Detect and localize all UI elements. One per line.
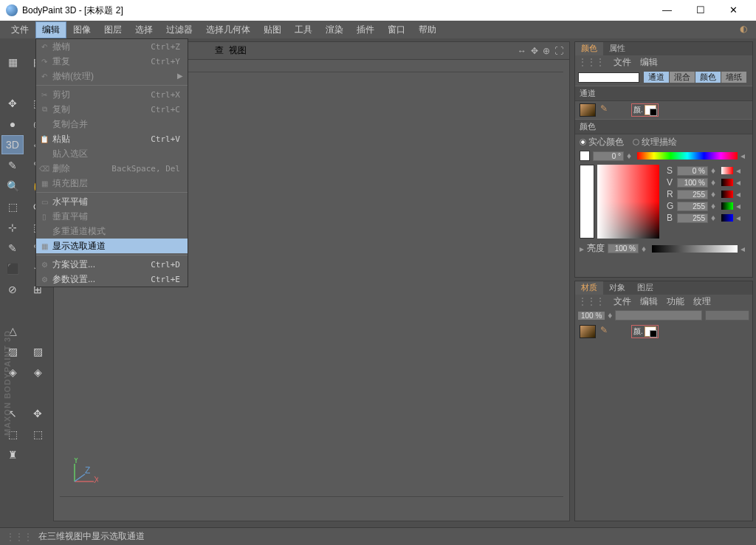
- tool-31[interactable]: ◈: [27, 363, 49, 382]
- tool-24[interactable]: [1, 301, 24, 320]
- tool-20[interactable]: ⬛: [1, 259, 24, 278]
- app-icon: [6, 4, 18, 16]
- menuitem-参数设置...[interactable]: ⚙参数设置...Ctrl+E: [36, 272, 188, 287]
- tool-22[interactable]: ⊘: [1, 280, 24, 299]
- brightness-value[interactable]: 100 %: [608, 244, 639, 253]
- slider-R[interactable]: [721, 191, 733, 198]
- menu-工具[interactable]: 工具: [288, 21, 319, 38]
- viewport-icon[interactable]: ✥: [531, 46, 538, 56]
- sv-picker[interactable]: [597, 165, 659, 239]
- hue-spinner[interactable]: ♦: [627, 151, 634, 161]
- menuitem-复制: ⧉复制Ctrl+C: [36, 102, 188, 117]
- menu-选择几何体[interactable]: 选择几何体: [199, 21, 257, 38]
- material-layer-icon[interactable]: [580, 325, 596, 338]
- tool-37[interactable]: ⬚: [27, 425, 49, 444]
- tool-35[interactable]: ✥: [27, 404, 49, 423]
- menu-图像[interactable]: 图像: [66, 21, 97, 38]
- material-menu-文件[interactable]: 文件: [614, 295, 631, 308]
- viewport-icon[interactable]: ⊕: [543, 46, 550, 56]
- slider-val-R[interactable]: 255: [677, 190, 708, 199]
- tool-25[interactable]: [27, 301, 49, 320]
- tool-38[interactable]: ♜: [1, 445, 24, 465]
- maximize-button[interactable]: ☐: [684, 2, 717, 18]
- slider-V[interactable]: [721, 179, 733, 186]
- viewport-icon[interactable]: ↔: [518, 46, 526, 56]
- material-menu-编辑[interactable]: 编辑: [640, 295, 658, 308]
- menuitem-显示选取通道[interactable]: ▦显示选取通道: [36, 239, 188, 253]
- tool-27[interactable]: [27, 321, 49, 340]
- tool-16[interactable]: ⊹: [1, 218, 24, 237]
- material-tab-图层[interactable]: 图层: [631, 281, 659, 295]
- color-menu-编辑[interactable]: 编辑: [640, 56, 658, 69]
- tool-0[interactable]: ▦: [1, 52, 24, 72]
- material-menu-纹理[interactable]: 纹理: [693, 295, 711, 308]
- slider-G[interactable]: [721, 202, 733, 210]
- color-tab-属性[interactable]: 属性: [603, 42, 631, 55]
- material-opacity-value[interactable]: 100 %: [578, 312, 605, 320]
- slider-val-S[interactable]: 0 %: [677, 166, 708, 176]
- solid-color-radio[interactable]: [580, 139, 586, 145]
- slider-S[interactable]: [721, 167, 733, 174]
- menu-文件[interactable]: 文件: [4, 21, 35, 38]
- current-color-swatch[interactable]: [578, 72, 639, 83]
- material-tab-材质[interactable]: 材质: [575, 281, 603, 295]
- menu-图层[interactable]: 图层: [97, 21, 128, 38]
- tool-2[interactable]: [1, 73, 24, 92]
- tool-33[interactable]: [27, 383, 49, 402]
- btab-墙纸[interactable]: 墙纸: [721, 72, 746, 83]
- tool-8[interactable]: 3D: [1, 135, 24, 154]
- tool-14[interactable]: ⬚: [1, 197, 24, 216]
- menu-贴图[interactable]: 贴图: [257, 21, 288, 38]
- tool-4[interactable]: ✥: [1, 94, 24, 113]
- menuitem-垂直平铺: ▯垂直平铺: [36, 209, 188, 224]
- slider-B[interactable]: [721, 214, 733, 222]
- material-opacity-slider[interactable]: [615, 310, 702, 321]
- menuitem-剪切: ✂剪切Ctrl+X: [36, 87, 188, 102]
- menu-选择[interactable]: 选择: [128, 21, 159, 38]
- layer-toggle-icon[interactable]: [580, 103, 596, 117]
- btab-通道[interactable]: 通道: [644, 72, 669, 83]
- menu-帮助[interactable]: 帮助: [412, 21, 443, 38]
- menuitem-方案设置...[interactable]: ⚙方案设置...Ctrl+D: [36, 257, 188, 272]
- minimize-button[interactable]: —: [650, 2, 684, 18]
- btab-混合[interactable]: 混合: [670, 72, 695, 83]
- slider-val-V[interactable]: 100 %: [677, 178, 708, 188]
- material-color-chip[interactable]: 颜.: [631, 325, 659, 338]
- hue-slider[interactable]: [637, 152, 738, 160]
- material-blend-dropdown[interactable]: [705, 310, 749, 321]
- tool-39[interactable]: [27, 445, 49, 465]
- menuitem-水平平铺[interactable]: ▭水平平铺: [36, 194, 188, 209]
- material-menu-功能[interactable]: 功能: [667, 295, 684, 308]
- svg-text:Z: Z: [85, 465, 90, 476]
- close-button[interactable]: ✕: [717, 2, 750, 18]
- color-tab-颜色[interactable]: 颜色: [575, 42, 603, 55]
- viewport-icon[interactable]: ⛶: [554, 46, 563, 56]
- tool-12[interactable]: 🔍: [1, 176, 24, 196]
- menu-过滤器[interactable]: 过滤器: [159, 21, 199, 38]
- menu-编辑[interactable]: 编辑: [35, 21, 66, 38]
- svg-line-2: [75, 474, 85, 481]
- tool-18[interactable]: ✎: [1, 239, 24, 258]
- menu-插件[interactable]: 插件: [350, 21, 381, 38]
- slider-val-B[interactable]: 255: [677, 213, 708, 223]
- tool-10[interactable]: ✎: [1, 156, 24, 175]
- brightness-expand-icon[interactable]: ▸: [580, 244, 584, 254]
- foreground-color[interactable]: [580, 165, 594, 239]
- slider-val-G[interactable]: 255: [677, 202, 708, 211]
- brightness-slider[interactable]: [652, 245, 738, 253]
- brush-icon[interactable]: ✎: [600, 103, 616, 117]
- hue-value[interactable]: 0 °: [593, 151, 624, 161]
- opacity-spinner[interactable]: ♦: [608, 310, 612, 321]
- texture-paint-radio[interactable]: [633, 139, 639, 145]
- tool-6[interactable]: ●: [1, 114, 24, 134]
- tool-29[interactable]: ▨: [27, 342, 49, 361]
- menuitem-粘贴[interactable]: 📋粘贴Ctrl+V: [36, 131, 188, 146]
- material-brush-icon[interactable]: ✎: [600, 325, 616, 338]
- material-tab-对象[interactable]: 对象: [603, 281, 631, 295]
- channel-chip[interactable]: 颜.: [631, 103, 659, 117]
- brightness-spinner[interactable]: ♦: [642, 244, 649, 254]
- btab-颜色[interactable]: 颜色: [695, 72, 721, 83]
- color-menu-文件[interactable]: 文件: [614, 56, 631, 69]
- menu-窗口[interactable]: 窗口: [381, 21, 412, 38]
- menu-渲染[interactable]: 渲染: [319, 21, 350, 38]
